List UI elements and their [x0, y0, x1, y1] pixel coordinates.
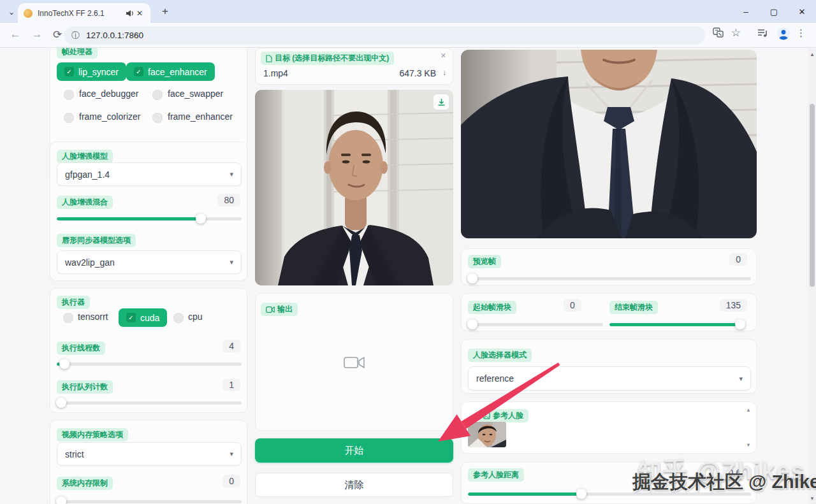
execution-option-label: cuda	[140, 313, 159, 323]
slider-handle[interactable]	[59, 359, 69, 369]
chevron-down-icon: ▾	[229, 450, 233, 458]
chevron-down-icon: ▾	[229, 258, 233, 266]
vram-strategy-label: 视频内存策略选项	[57, 428, 128, 442]
queue-slider[interactable]	[57, 398, 242, 408]
execution-option-label[interactable]: cpu	[188, 312, 203, 322]
translate-icon[interactable]	[713, 27, 724, 38]
enhancer-model-label: 人脸增强模型	[57, 150, 113, 163]
processor-lip-syncer[interactable]: ✓ lip_syncer	[57, 62, 126, 81]
processor-label[interactable]: frame_enhancer	[168, 112, 233, 122]
processor-label[interactable]: frame_colorizer	[79, 112, 140, 122]
slider-handle[interactable]	[735, 319, 745, 329]
slider-handle[interactable]	[56, 496, 66, 504]
reload-button[interactable]: ⟳	[50, 28, 65, 41]
dropdown-value: gfpgan_1.4	[65, 169, 110, 180]
enhancer-blend-slider[interactable]	[57, 213, 242, 224]
slider-handle[interactable]	[196, 213, 206, 224]
queue-value[interactable]: 1	[222, 378, 240, 391]
tab-audio-icon[interactable]	[126, 10, 135, 17]
window-maximize-button[interactable]: ▢	[760, 0, 788, 23]
execution-label: 执行器	[57, 296, 90, 309]
execution-option-cuda[interactable]: ✓ cuda	[119, 308, 167, 327]
download-icon	[437, 98, 446, 106]
bookmark-star-icon[interactable]: ☆	[731, 26, 741, 40]
video-download-button[interactable]	[433, 94, 449, 110]
target-video-player[interactable]	[255, 90, 453, 285]
execution-option-label[interactable]: tensorrt	[78, 312, 108, 322]
slider-handle[interactable]	[467, 273, 477, 284]
target-label-text: 目标 (选择目标路径不要出现中文)	[275, 53, 389, 64]
lip-model-label: 唇形同步器模型选项	[57, 234, 136, 247]
slider-handle[interactable]	[56, 398, 66, 408]
sysmem-value[interactable]: 0	[222, 475, 240, 487]
check-icon: ✓	[134, 67, 143, 76]
scroll-up-icon[interactable]: ▲	[746, 407, 751, 413]
target-file-name: 1.mp4	[263, 68, 288, 78]
checkbox-tensorrt[interactable]	[63, 313, 73, 323]
download-icon[interactable]: ↓	[442, 68, 446, 77]
scrollbar-up-icon[interactable]: ▲	[808, 52, 816, 57]
start-button[interactable]: 开始	[255, 438, 453, 463]
lip-model-dropdown[interactable]: wav2lip_gan ▾	[57, 250, 242, 274]
file-icon	[266, 55, 272, 62]
tab-search-chevron-icon[interactable]: ⌄	[5, 6, 18, 18]
sysmem-slider[interactable]	[57, 496, 242, 504]
target-card: 目标 (选择目标路径不要出现中文) ✕ 1.mp4 647.3 KB ↓	[255, 48, 453, 85]
slider-handle[interactable]	[576, 489, 586, 499]
clear-button[interactable]: 清除	[255, 473, 453, 497]
processor-label[interactable]: face_debugger	[79, 89, 138, 99]
trim-start-value[interactable]: 0	[564, 299, 581, 312]
trim-end-value[interactable]: 135	[720, 299, 747, 312]
checkbox-frame-enhancer[interactable]	[152, 113, 163, 123]
processor-label: face_enhancer	[148, 67, 207, 77]
memory-card: 视频内存策略选项 strict ▾ 系统内存限制 0	[50, 420, 247, 504]
browser-titlebar: ⌄ InnoTechX FF 2.6.1 ✕ + – ▢ ✕	[0, 0, 816, 23]
video-placeholder-icon	[344, 356, 365, 370]
media-controls-icon[interactable]	[757, 29, 769, 38]
trim-end-slider[interactable]	[609, 319, 745, 329]
preview-frame-value[interactable]: 0	[729, 253, 747, 266]
preview-frame-label: 预览帧	[468, 255, 501, 268]
reference-face-thumbnail[interactable]	[468, 422, 506, 447]
threads-slider[interactable]	[57, 359, 242, 369]
scroll-down-icon[interactable]: ▼	[746, 442, 751, 448]
checkbox-frame-colorizer[interactable]	[64, 113, 74, 123]
checkbox-cpu[interactable]	[173, 313, 184, 323]
check-icon: ✓	[64, 67, 74, 76]
scrollbar-down-icon[interactable]: ▼	[808, 496, 816, 501]
face-selector-dropdown[interactable]: reference ▾	[468, 366, 751, 391]
preview-frame-slider[interactable]	[468, 273, 751, 284]
threads-value[interactable]: 4	[222, 340, 240, 352]
browser-menu-icon[interactable]: ⋮	[796, 27, 806, 39]
page-scrollbar[interactable]: ▲ ▼	[808, 48, 816, 504]
trim-card: 起始帧滑块 0 结束帧滑块 135	[461, 293, 757, 331]
checkbox-face-debugger[interactable]	[64, 90, 74, 100]
enhancer-blend-value[interactable]: 80	[217, 194, 240, 206]
tab-title: InnoTechX FF 2.6.1	[38, 9, 126, 18]
new-tab-button[interactable]: +	[158, 5, 172, 18]
forward-button[interactable]: →	[29, 28, 45, 41]
window-minimize-button[interactable]: –	[732, 0, 760, 23]
browser-tab[interactable]: InnoTechX FF 2.6.1 ✕	[18, 3, 150, 23]
profile-avatar[interactable]	[776, 27, 790, 41]
tab-close-icon[interactable]: ✕	[135, 8, 145, 18]
processor-label[interactable]: face_swapper	[168, 89, 223, 99]
target-clear-icon[interactable]: ✕	[441, 52, 446, 60]
window-close-button[interactable]: ✕	[788, 0, 816, 23]
site-info-icon[interactable]: ⓘ	[71, 30, 80, 41]
slider-handle[interactable]	[467, 319, 477, 329]
address-bar[interactable]: ⓘ 127.0.0.1:7860	[64, 26, 705, 45]
processor-face-enhancer[interactable]: ✓ face_enhancer	[126, 62, 215, 81]
preview-image[interactable]	[461, 50, 757, 238]
trim-end-label: 结束帧滑块	[609, 301, 658, 314]
checkbox-face-swapper[interactable]	[152, 90, 163, 100]
target-video-frame	[255, 90, 453, 285]
reference-face-label: 参考人脸	[478, 409, 528, 422]
preview-image-frame	[461, 50, 757, 238]
trim-start-slider[interactable]	[468, 319, 603, 329]
scrollbar-thumb[interactable]	[810, 104, 815, 287]
enhancer-model-dropdown[interactable]: gfpgan_1.4 ▾	[57, 162, 242, 186]
image-icon	[483, 412, 490, 419]
back-button[interactable]: ←	[8, 28, 23, 41]
vram-strategy-dropdown[interactable]: strict ▾	[57, 442, 242, 466]
